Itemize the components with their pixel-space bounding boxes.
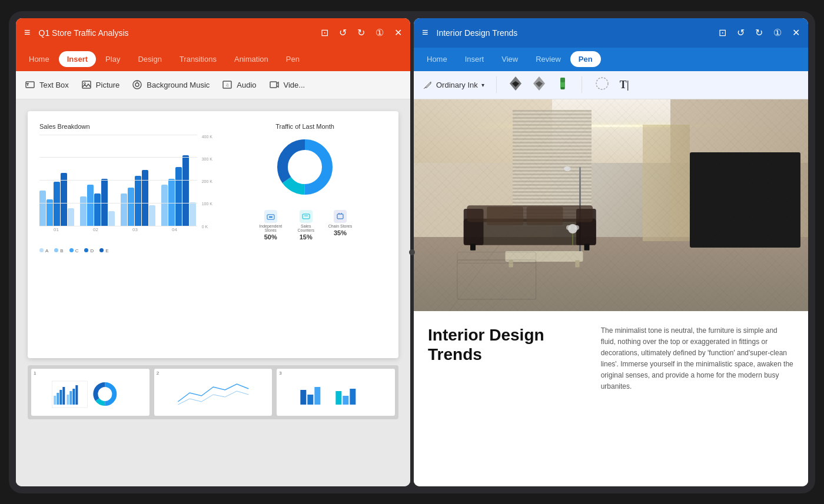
tablet-device: ≡ Q1 Store Traffic Analysis ⊡ ↺ ↻ ① ✕ Ho… (9, 11, 815, 493)
svg-rect-48 (561, 87, 564, 89)
right-tab-pen[interactable]: Pen (570, 51, 601, 67)
ordinary-ink-label: Ordinary Ink (436, 81, 478, 89)
audio-label: Audio (237, 81, 256, 89)
y-axis: 0 K 100 K 200 K 300 K 400 K (202, 135, 212, 229)
right-redo-icon[interactable]: ↻ (755, 27, 763, 38)
right-tab-view[interactable]: View (493, 51, 526, 67)
left-panel: ≡ Q1 Store Traffic Analysis ⊡ ↺ ↻ ① ✕ Ho… (16, 18, 410, 486)
donut-legend: Independent Stores 50% Sales Counters 15… (258, 210, 352, 241)
svg-rect-35 (301, 390, 307, 405)
picture-tool[interactable]: Picture (81, 79, 119, 91)
svg-point-6 (135, 83, 139, 86)
right-menu-icon[interactable]: ≡ (422, 26, 428, 39)
slide-thumb-2[interactable]: 2 (154, 369, 273, 416)
svg-text:♫: ♫ (225, 82, 229, 88)
pen-toolbar: Ordinary Ink ▾ (414, 71, 808, 99)
sales-chart: Sales Breakdown 0 K (39, 123, 211, 346)
svg-point-34 (99, 389, 110, 399)
video-label: Vide... (284, 81, 305, 89)
svg-rect-39 (343, 396, 349, 405)
right-tab-insert[interactable]: Insert (457, 51, 493, 67)
article-body: The minimalist tone is neutral, the furn… (601, 325, 794, 393)
svg-rect-23 (54, 396, 56, 405)
left-nav-bar: Home Insert Play Design Transitions Anim… (16, 48, 410, 71)
left-tab-play[interactable]: Play (97, 51, 128, 67)
left-tab-design[interactable]: Design (129, 51, 170, 67)
interior-image (414, 99, 808, 311)
left-tab-home[interactable]: Home (21, 51, 58, 67)
left-close-icon[interactable]: ✕ (394, 27, 402, 38)
video-icon (268, 79, 280, 91)
left-undo-icon[interactable]: ↺ (339, 27, 347, 38)
svg-rect-28 (69, 391, 72, 405)
text-section: Interior Design Trends The minimalist to… (414, 311, 808, 407)
svg-rect-16 (269, 216, 273, 218)
sales-chart-title: Sales Breakdown (39, 123, 211, 130)
textbox-icon (24, 79, 36, 91)
ink-dropdown-arrow[interactable]: ▾ (481, 82, 484, 88)
right-page-icon[interactable]: ① (773, 27, 782, 38)
left-content-area: Sales Breakdown 0 K (16, 99, 410, 486)
ordinary-ink-selector[interactable]: Ordinary Ink ▾ (423, 80, 484, 89)
svg-rect-38 (336, 391, 342, 405)
right-save-icon[interactable]: ⊡ (719, 27, 726, 38)
series-legend: A B C D E (39, 244, 211, 255)
left-menu-icon[interactable]: ≡ (24, 26, 31, 39)
svg-rect-47 (560, 78, 565, 82)
right-tab-home[interactable]: Home (418, 51, 456, 67)
picture-icon (81, 79, 92, 91)
right-title: Interior Design Trends (437, 28, 710, 38)
svg-rect-17 (303, 214, 310, 219)
svg-point-73 (574, 225, 579, 230)
left-tab-pen[interactable]: Pen (278, 51, 308, 67)
svg-rect-29 (72, 389, 75, 405)
left-tab-transitions[interactable]: Transitions (171, 51, 225, 67)
svg-line-41 (424, 88, 425, 89)
slide-thumb-1[interactable]: 1 (31, 369, 149, 416)
bgmusic-tool[interactable]: Background Music (131, 79, 210, 91)
right-undo-icon[interactable]: ↺ (737, 27, 745, 38)
left-page-icon[interactable]: ① (376, 27, 384, 38)
left-title: Q1 Store Traffic Analysis (39, 28, 313, 38)
svg-point-14 (289, 151, 321, 183)
right-title-bar: ≡ Interior Design Trends ⊡ ↺ ↻ ① ✕ (414, 18, 808, 48)
left-tab-insert[interactable]: Insert (59, 51, 96, 67)
donut-chart (273, 135, 337, 199)
traffic-chart: Traffic of Last Month (223, 123, 387, 346)
textbox-label: Text Box (39, 81, 69, 89)
left-tab-animation[interactable]: Animation (226, 51, 277, 67)
selection-tool[interactable] (594, 75, 610, 94)
slide-thumb-3[interactable]: 3 (277, 369, 395, 416)
svg-rect-19 (337, 214, 343, 219)
video-tool[interactable]: Vide... (268, 79, 305, 91)
svg-point-49 (596, 78, 608, 89)
right-close-icon[interactable]: ✕ (792, 27, 800, 38)
textbox-tool[interactable]: Text Box (24, 79, 69, 91)
svg-rect-0 (26, 82, 34, 88)
pen-marker-green[interactable] (556, 75, 570, 94)
audio-icon: ♫ (221, 79, 233, 91)
slide-thumbnails: 1 (28, 365, 398, 419)
audio-tool[interactable]: ♫ Audio (221, 79, 256, 91)
left-toolbar: Text Box Picture (16, 71, 410, 99)
left-title-bar: ≡ Q1 Store Traffic Analysis ⊡ ↺ ↻ ① ✕ (16, 18, 410, 48)
pen-tip-1[interactable] (509, 75, 523, 94)
main-slide[interactable]: Sales Breakdown 0 K (28, 111, 398, 358)
pen-tip-2[interactable] (532, 75, 546, 94)
right-nav-bar: Home Insert View Review Pen (414, 48, 808, 71)
picture-label: Picture (96, 81, 119, 89)
bgmusic-label: Background Music (147, 81, 210, 89)
left-save-icon[interactable]: ⊡ (321, 27, 328, 38)
text-cursor-tool[interactable]: T| (620, 79, 629, 91)
svg-rect-36 (308, 395, 314, 405)
svg-rect-3 (82, 81, 91, 88)
right-panel: ≡ Interior Design Trends ⊡ ↺ ↻ ① ✕ Home … (414, 18, 808, 486)
bgmusic-icon (131, 79, 143, 91)
right-tab-review[interactable]: Review (527, 51, 569, 67)
svg-point-72 (566, 225, 571, 230)
svg-rect-26 (62, 387, 65, 405)
traffic-chart-title: Traffic of Last Month (275, 123, 334, 130)
right-document-content[interactable]: Interior Design Trends The minimalist to… (414, 99, 808, 486)
left-redo-icon[interactable]: ↻ (357, 27, 365, 38)
svg-rect-37 (315, 387, 321, 405)
